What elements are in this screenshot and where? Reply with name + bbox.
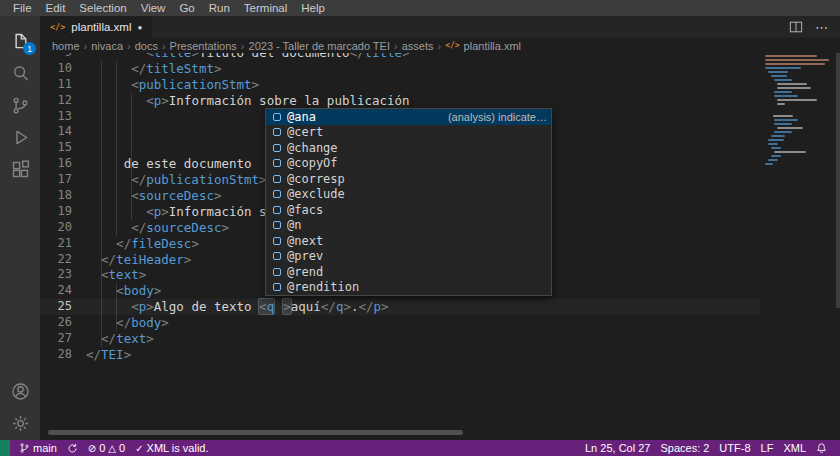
minimap-line xyxy=(768,159,778,161)
xml-valid-message: XML is valid. xyxy=(147,442,209,454)
branch-icon xyxy=(19,442,30,454)
menu-item-run[interactable]: Run xyxy=(202,0,237,16)
suggestion-item[interactable]: @prev xyxy=(266,249,551,265)
problems-status[interactable]: ⊘ 0 △ 0 xyxy=(83,440,130,456)
editor[interactable]: 9 <title>Título del documento</title>10 … xyxy=(40,53,840,440)
suggestion-item[interactable]: @next xyxy=(266,233,551,249)
minimap-line xyxy=(765,63,825,65)
suggestion-item[interactable]: @rend xyxy=(266,264,551,280)
menu-bar: FileEditSelectionViewGoRunTerminalHelp xyxy=(0,0,840,16)
language-mode-status[interactable]: XML xyxy=(778,440,811,456)
minimap-line xyxy=(765,59,829,61)
suggestion-item[interactable]: @change xyxy=(266,140,551,156)
breadcrumb-separator-icon: › xyxy=(127,40,131,52)
horizontal-scrollbar[interactable] xyxy=(48,430,463,435)
search-icon[interactable] xyxy=(0,58,40,88)
minimap-line xyxy=(774,95,798,97)
split-editor-icon[interactable] xyxy=(789,20,803,34)
code-line[interactable]: 26 </body> xyxy=(40,315,760,331)
attribute-icon xyxy=(273,159,281,167)
breadcrumb-separator-icon: › xyxy=(84,40,88,52)
breadcrumb-item[interactable]: home xyxy=(52,40,80,52)
suggest-widget: @ana(analysis) indicate…@cert@change@cop… xyxy=(265,108,552,296)
code-line[interactable]: 9 <title>Título del documento</title> xyxy=(40,53,760,61)
line-number: 12 xyxy=(40,93,86,109)
minimap-line xyxy=(765,55,817,57)
menu-item-view[interactable]: View xyxy=(134,0,173,16)
suggestion-label: @prev xyxy=(287,249,323,263)
suggestion-item[interactable]: @n xyxy=(266,218,551,234)
minimap-line xyxy=(777,83,807,85)
sync-button[interactable] xyxy=(62,440,83,456)
minimap-line xyxy=(768,71,788,73)
breadcrumb: home›nivaca›docs›Presentations›2023 - Ta… xyxy=(40,38,840,53)
menu-item-file[interactable]: File xyxy=(6,0,39,16)
breadcrumb-item[interactable]: plantilla.xml xyxy=(464,40,521,52)
minimap[interactable] xyxy=(765,55,835,167)
breadcrumb-item[interactable]: Presentations xyxy=(170,40,237,52)
menu-item-go[interactable]: Go xyxy=(172,0,201,16)
suggestion-item[interactable]: @corresp xyxy=(266,171,551,187)
minimap-line xyxy=(768,139,784,141)
minimap-line xyxy=(777,99,817,101)
suggestion-item[interactable]: @ana(analysis) indicate… xyxy=(266,109,551,125)
attribute-icon xyxy=(273,190,281,198)
explorer-badge: 1 xyxy=(23,42,36,55)
notifications-bell[interactable] xyxy=(811,440,832,456)
encoding-status[interactable]: UTF-8 xyxy=(714,440,755,456)
suggestion-item[interactable]: @exclude xyxy=(266,187,551,203)
extensions-icon[interactable] xyxy=(0,154,40,184)
code-line[interactable]: 28</TEI> xyxy=(40,347,760,363)
menu-item-help[interactable]: Help xyxy=(294,0,332,16)
eol-status[interactable]: LF xyxy=(756,440,779,456)
settings-gear-icon[interactable] xyxy=(0,408,40,438)
suggestion-label: @facs xyxy=(287,203,323,217)
menu-item-edit[interactable]: Edit xyxy=(39,0,73,16)
indentation-status[interactable]: Spaces: 2 xyxy=(655,440,714,456)
suggestion-item[interactable]: @facs xyxy=(266,202,551,218)
tab-plantilla-xml[interactable]: </> plantilla.xml ● xyxy=(40,16,152,38)
suggestion-item[interactable]: @rendition xyxy=(266,280,551,296)
suggestion-label: @rend xyxy=(287,265,323,279)
line-number: 16 xyxy=(40,156,86,172)
code-line[interactable]: 25 <p>Algo de texto <q >aquí</q>.</p> xyxy=(40,299,760,315)
minimap-line xyxy=(771,155,781,157)
cursor-position-status[interactable]: Ln 25, Col 27 xyxy=(580,440,655,456)
line-number: 11 xyxy=(40,77,86,93)
line-number: 15 xyxy=(40,140,86,156)
code-line[interactable]: 11 <publicationStmt> xyxy=(40,77,760,93)
breadcrumb-item[interactable]: assets xyxy=(402,40,434,52)
branch-name: main xyxy=(33,442,57,454)
tab-bar: </> plantilla.xml ● ⋯ xyxy=(40,16,840,38)
account-icon[interactable] xyxy=(0,376,40,406)
breadcrumb-item[interactable]: 2023 - Taller de marcado TEI xyxy=(249,40,390,52)
matching-tag-highlight: > xyxy=(283,299,291,314)
breadcrumb-item[interactable]: docs xyxy=(135,40,158,52)
more-actions-icon[interactable]: ⋯ xyxy=(815,21,828,34)
code-line[interactable]: 10 </titleStmt> xyxy=(40,61,760,77)
menu-item-selection[interactable]: Selection xyxy=(72,0,133,16)
minimap-line xyxy=(768,143,778,145)
menu-item-terminal[interactable]: Terminal xyxy=(237,0,294,16)
source-control-icon[interactable] xyxy=(0,90,40,120)
minimap-line xyxy=(773,115,793,117)
matching-tag-highlight: <q xyxy=(259,299,274,314)
suggestion-item[interactable]: @copyOf xyxy=(266,156,551,172)
git-branch-status[interactable]: main xyxy=(14,440,62,456)
breadcrumb-item[interactable]: nivaca xyxy=(91,40,123,52)
line-number: 17 xyxy=(40,172,86,188)
code-line[interactable]: 27 </text> xyxy=(40,331,760,347)
line-number: 28 xyxy=(40,347,86,363)
explorer-icon[interactable]: 1 xyxy=(0,26,40,56)
code-line[interactable]: 12 <p>Información sobre la publicación xyxy=(40,93,760,109)
warning-count: 0 xyxy=(119,442,125,454)
line-number: 22 xyxy=(40,252,86,268)
run-debug-icon[interactable] xyxy=(0,122,40,152)
minimap-line xyxy=(774,123,792,125)
attribute-icon xyxy=(273,175,281,183)
xml-valid-status[interactable]: ✓ XML is valid. xyxy=(130,440,213,456)
vertical-scrollbar[interactable] xyxy=(836,53,840,308)
remote-indicator[interactable] xyxy=(0,440,10,456)
xml-file-icon: </> xyxy=(445,41,459,50)
suggestion-item[interactable]: @cert xyxy=(266,125,551,141)
